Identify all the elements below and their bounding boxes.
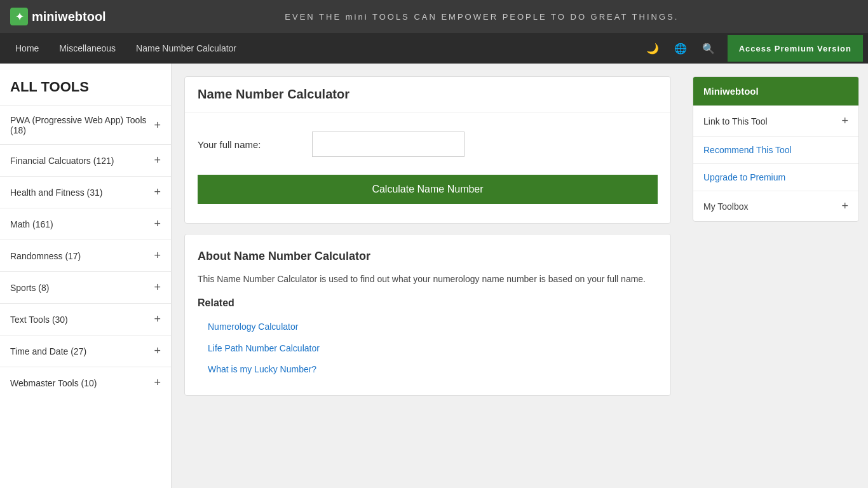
- sidebar-item-time[interactable]: Time and Date (27) +: [0, 335, 171, 367]
- all-tools-title: ALL TOOLS: [0, 74, 171, 105]
- related-link-0[interactable]: Numerology Calculator: [198, 316, 658, 337]
- expand-icon: +: [154, 344, 161, 358]
- tool-card-body: Your full name: Calculate Name Number: [185, 112, 670, 223]
- sidebar-item-webmaster[interactable]: Webmaster Tools (10) +: [0, 367, 171, 398]
- sidebar-item-sports[interactable]: Sports (8) +: [0, 271, 171, 303]
- tool-card: Name Number Calculator Your full name: C…: [184, 76, 671, 224]
- nav-current[interactable]: Name Number Calculator: [126, 33, 247, 64]
- calculate-button[interactable]: Calculate Name Number: [198, 175, 658, 204]
- about-text: This Name Number Calculator is used to f…: [198, 272, 658, 286]
- sidebar-item-text[interactable]: Text Tools (30) +: [0, 303, 171, 335]
- logo-text: miniwebtool: [32, 10, 106, 24]
- right-panel: Miniwebtool Link to This Tool + Recommen…: [693, 76, 859, 222]
- layout: ALL TOOLS PWA (Progressive Web App) Tool…: [0, 64, 868, 488]
- expand-icon: +: [154, 154, 161, 167]
- search-icon[interactable]: 🔍: [695, 33, 722, 64]
- top-bar: ✦ miniwebtool EVEN THE mini TOOLS CAN EM…: [0, 0, 868, 33]
- expand-icon: +: [154, 217, 161, 231]
- about-title: About Name Number Calculator: [198, 250, 658, 263]
- moon-icon[interactable]: 🌙: [639, 33, 667, 64]
- right-panel-link-to-tool[interactable]: Link to This Tool +: [693, 105, 858, 136]
- nav-misc[interactable]: Miscellaneous: [49, 33, 126, 64]
- right-sidebar: Miniwebtool Link to This Tool + Recommen…: [684, 64, 868, 488]
- tagline: EVEN THE mini TOOLS CAN EMPOWER PEOPLE T…: [106, 12, 858, 22]
- sidebar-item-pwa[interactable]: PWA (Progressive Web App) Tools (18) +: [0, 105, 171, 144]
- nav-home[interactable]: Home: [5, 33, 49, 64]
- nav-bar: Home Miscellaneous Name Number Calculato…: [0, 33, 868, 64]
- sidebar-item-financial[interactable]: Financial Calcuators (121) +: [0, 144, 171, 176]
- form-label: Your full name:: [198, 139, 299, 150]
- globe-icon[interactable]: 🌐: [667, 33, 695, 64]
- expand-icon: +: [154, 376, 161, 390]
- right-panel-recommend[interactable]: Recommend This Tool: [693, 136, 858, 163]
- about-card: About Name Number Calculator This Name N…: [184, 234, 671, 396]
- logo-icon: ✦: [10, 8, 28, 25]
- full-name-input[interactable]: [312, 132, 465, 157]
- right-panel-upgrade[interactable]: Upgrade to Premium: [693, 163, 858, 191]
- expand-icon: +: [841, 200, 848, 213]
- expand-icon: +: [154, 186, 161, 199]
- expand-icon: +: [154, 249, 161, 262]
- sidebar-item-health[interactable]: Health and Fitness (31) +: [0, 176, 171, 208]
- main-content: Name Number Calculator Your full name: C…: [172, 64, 684, 488]
- right-panel-header: Miniwebtool: [693, 77, 858, 105]
- sidebar-item-math[interactable]: Math (161) +: [0, 208, 171, 240]
- tool-card-header: Name Number Calculator: [185, 77, 670, 112]
- sidebar-item-randomness[interactable]: Randomness (17) +: [0, 240, 171, 271]
- expand-icon: +: [154, 119, 161, 132]
- related-title: Related: [198, 297, 658, 309]
- tool-title: Name Number Calculator: [198, 87, 658, 102]
- sidebar: ALL TOOLS PWA (Progressive Web App) Tool…: [0, 64, 172, 488]
- form-row: Your full name:: [198, 132, 658, 157]
- expand-icon: +: [841, 114, 848, 128]
- premium-button[interactable]: Access Premium Version: [728, 35, 863, 62]
- expand-icon: +: [154, 281, 161, 294]
- related-link-2[interactable]: What is my Lucky Number?: [198, 359, 658, 380]
- logo[interactable]: ✦ miniwebtool: [10, 8, 106, 25]
- expand-icon: +: [154, 313, 161, 326]
- related-link-1[interactable]: Life Path Number Calculator: [198, 338, 658, 359]
- right-panel-toolbox[interactable]: My Toolbox +: [693, 191, 858, 221]
